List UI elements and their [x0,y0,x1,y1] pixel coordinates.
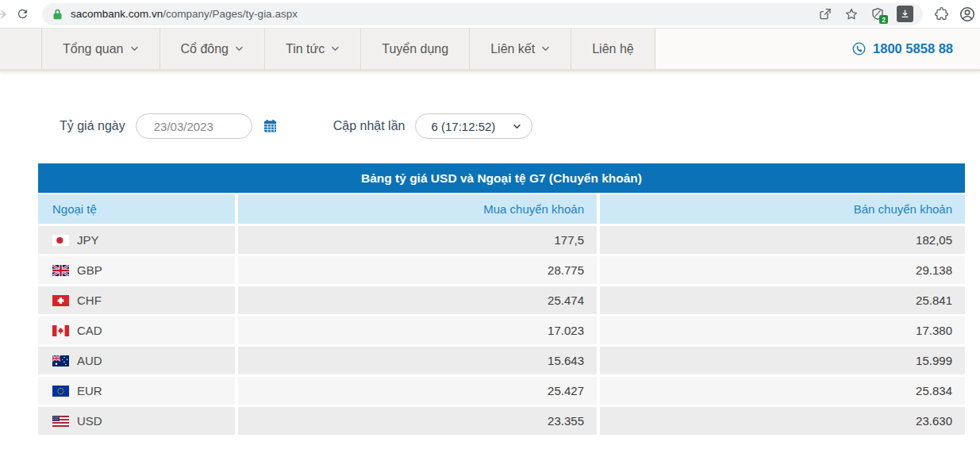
profile-avatar-icon[interactable] [959,6,976,23]
table-header-row: Ngoại tệ Mua chuyển khoản Bán chuyển kho… [38,194,965,224]
favorites-star-icon[interactable] [844,7,859,21]
nav-item-lien-ket[interactable]: Liên kết [469,29,571,69]
url-domain: sacombank.com.vn [71,8,163,20]
nav-item-tong-quan[interactable]: Tổng quan [41,29,159,69]
table-row: EUR 25.427 25.834 [38,377,965,405]
chevron-down-icon [130,46,139,52]
sell-rate: 29.138 [600,256,965,284]
buy-rate: 177,5 [238,226,597,254]
buy-rate: 25.427 [238,377,597,405]
nav-item-label: Tin tức [286,42,325,56]
share-icon[interactable] [818,7,832,21]
extensions-puzzle-icon[interactable] [934,6,949,21]
address-bar[interactable]: sacombank.com.vn/company/Pages/ty-gia.as… [42,3,923,25]
phone-icon [851,41,867,56]
nav-item-tuyen-dung[interactable]: Tuyển dụng [360,29,469,69]
currency-code: CHF [77,294,102,307]
flag-jpy-icon [52,235,69,246]
column-header-sell: Bán chuyển khoản [600,194,965,224]
sell-rate: 25.834 [600,377,965,405]
currency-code: GBP [77,263,102,277]
buy-rate: 25.474 [238,286,597,314]
nav-item-label: Liên kết [490,42,535,56]
table-row: CAD 17.023 17.380 [38,317,965,344]
sell-rate: 182,05 [600,226,965,254]
table-title: Bảng tỷ giá USD và Ngoại tệ G7 (Chuyển k… [38,163,965,193]
nav-item-lien-he[interactable]: Liên hệ [571,29,655,69]
chevron-down-icon [513,124,521,129]
secure-lock-icon[interactable] [52,8,63,21]
buy-rate: 17.023 [238,317,597,344]
update-label: Cập nhật lần [333,119,405,133]
url-path: /company/Pages/ty-gia.aspx [163,8,298,20]
chevron-down-icon [235,46,244,52]
forward-arrow-icon[interactable] [0,6,9,22]
currency-code: USD [77,414,102,428]
nav-item-tin-tuc[interactable]: Tin tức [264,29,360,69]
flag-cad-icon [52,325,69,336]
nav-item-label: Tổng quan [63,42,124,56]
currency-code: EUR [77,384,102,397]
table-row: USD 23.355 23.630 [38,407,965,435]
column-header-buy: Mua chuyển khoản [238,194,597,224]
sell-rate: 15.999 [600,347,965,374]
sell-rate: 17.380 [600,317,965,344]
chevron-down-icon [331,46,340,52]
column-header-currency: Ngoại tệ [38,194,235,224]
date-value: 23/03/2023 [154,120,213,133]
update-value: 6 (17:12:52) [431,120,495,133]
currency-code: CAD [77,324,102,337]
sell-rate: 23.630 [600,407,965,435]
flag-gbp-icon [52,265,69,276]
currency-code: AUD [77,354,102,367]
calendar-icon[interactable] [262,118,279,134]
download-icon[interactable] [897,6,913,22]
buy-rate: 15.643 [238,347,597,374]
rate-controls: Tỷ giá ngày 23/03/2023 Cập nhật lần 6 (1… [60,113,980,139]
shield-badge-count: 2 [879,15,888,24]
nav-item-label: Cổ đông [181,42,229,56]
table-row: JPY 177,5 182,05 [38,226,965,254]
nav-right-area: 1800 5858 88 [655,29,980,69]
chevron-down-icon [541,46,550,52]
nav-item-label: Tuyển dụng [382,42,448,56]
nav-item-label: Liên hệ [592,42,634,56]
nav-item-co-dong[interactable]: Cổ đông [159,29,265,69]
date-label: Tỷ giá ngày [60,119,125,133]
nav-left-spacer [0,29,41,69]
table-row: GBP 28.775 29.138 [38,256,965,284]
update-select[interactable]: 6 (17:12:52) [415,113,532,139]
hotline-number[interactable]: 1800 5858 88 [873,41,953,56]
table-row: AUD 15.643 15.999 [38,347,965,374]
adblock-shield-icon[interactable]: 2 [870,6,885,21]
date-input[interactable]: 23/03/2023 [136,113,252,139]
table-body: JPY 177,5 182,05 GBP 28.775 29.138 CHF 2… [38,226,965,435]
exchange-rates-table: Bảng tỷ giá USD và Ngoại tệ G7 (Chuyển k… [38,163,965,435]
flag-chf-icon [52,295,69,306]
site-navigation: Tổng quan Cổ đông Tin tức Tuyển dụng Liê… [0,29,980,71]
flag-usd-icon [52,416,69,427]
browser-toolbar: sacombank.com.vn/company/Pages/ty-gia.as… [0,0,980,29]
reload-icon[interactable] [16,7,29,21]
currency-code: JPY [77,233,99,247]
buy-rate: 28.775 [238,256,597,284]
buy-rate: 23.355 [238,407,597,435]
flag-aud-icon [52,355,69,366]
flag-eur-icon [52,386,69,397]
sell-rate: 25.841 [600,286,965,314]
table-row: CHF 25.474 25.841 [38,286,965,314]
url-text: sacombank.com.vn/company/Pages/ty-gia.as… [71,8,298,20]
